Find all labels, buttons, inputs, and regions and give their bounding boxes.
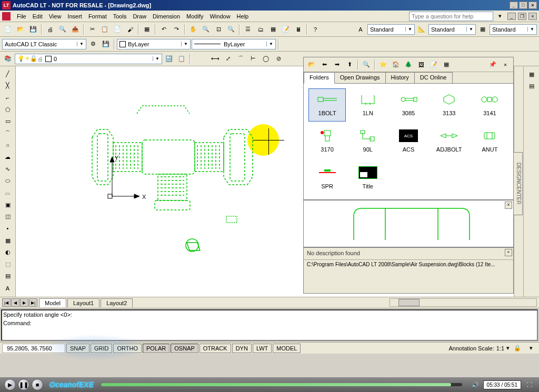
status-tray-icon[interactable]: ▾: [525, 343, 537, 354]
point-icon[interactable]: •: [2, 223, 14, 234]
dc-item-3133[interactable]: 3133: [431, 89, 467, 121]
dc-back-icon[interactable]: ⬅: [318, 59, 330, 71]
menu-format[interactable]: Format: [85, 12, 110, 21]
match-prop-icon[interactable]: 🖌: [124, 24, 136, 35]
block-editor-icon[interactable]: ▦: [141, 24, 153, 35]
table-icon[interactable]: ▤: [2, 271, 14, 282]
command-line[interactable]: Specify rotation angle <0>: Command:: [1, 309, 538, 341]
dc-views-icon[interactable]: ▦: [441, 59, 452, 71]
color-dropdown[interactable]: ByLayer▼: [117, 39, 191, 49]
status-otrack[interactable]: OTRACK: [199, 344, 231, 353]
workspace-settings-icon[interactable]: ⚙: [87, 38, 99, 50]
zoom-previous-icon[interactable]: 🔍: [225, 24, 237, 35]
stop-button[interactable]: ■: [32, 379, 43, 390]
spline-icon[interactable]: ∿: [2, 164, 14, 175]
paste-icon[interactable]: 📄: [112, 24, 123, 35]
zoom-realtime-icon[interactable]: 🔍: [200, 24, 212, 35]
make-block-icon[interactable]: ◫: [2, 212, 14, 223]
dc-home-icon[interactable]: 🏠: [390, 59, 402, 71]
dc-tree-toggle-icon[interactable]: 🌲: [403, 59, 414, 71]
menu-dimension[interactable]: Dimension: [149, 12, 183, 21]
dimstyle-icon[interactable]: 📐: [416, 24, 427, 35]
menu-insert[interactable]: Insert: [64, 12, 85, 21]
dc-item-3141[interactable]: 3141: [472, 89, 508, 121]
tablestyle-icon[interactable]: ▦: [477, 24, 488, 35]
designcenter-icon[interactable]: 🗂: [255, 24, 266, 35]
minimize-button[interactable]: _: [510, 2, 518, 9]
dc-tab-folders[interactable]: Folders: [304, 72, 335, 84]
dc-tab-dc-online[interactable]: DC Online: [414, 72, 453, 83]
line-icon[interactable]: ╱: [2, 68, 14, 79]
pline-icon[interactable]: ⌐: [2, 92, 14, 103]
print-icon[interactable]: 🖨: [44, 24, 56, 35]
dc-item-3170[interactable]: 3170: [309, 125, 345, 157]
status-snap[interactable]: SNAP: [66, 344, 89, 353]
menu-window[interactable]: Window: [206, 12, 233, 21]
undo-icon[interactable]: ↶: [158, 24, 169, 35]
status-osnap[interactable]: OSNAP: [171, 344, 198, 353]
layer-previous-icon[interactable]: 🔙: [163, 53, 175, 65]
menu-modify[interactable]: Modify: [183, 12, 206, 21]
annoscale-value[interactable]: 1:1: [496, 345, 504, 351]
print-preview-icon[interactable]: 🔍: [57, 24, 68, 35]
mtext-icon[interactable]: A: [2, 283, 14, 294]
workspace-save-icon[interactable]: 💾: [100, 38, 112, 50]
close-button[interactable]: ×: [528, 2, 537, 9]
rectangle-icon[interactable]: ▭: [2, 116, 14, 127]
tab-first-icon[interactable]: |◀: [2, 298, 11, 307]
menu-tools[interactable]: Tools: [110, 12, 130, 21]
dc-favorites-icon[interactable]: ⭐: [377, 59, 389, 71]
region-icon[interactable]: ⬚: [2, 259, 14, 270]
dim-ordinate-icon[interactable]: ⊢: [247, 53, 259, 65]
status-polar[interactable]: POLAR: [143, 344, 169, 353]
dc-item-1bolt[interactable]: 1BOLT: [309, 89, 345, 121]
xline-icon[interactable]: ╳: [2, 81, 14, 92]
menu-edit[interactable]: Edit: [29, 12, 46, 21]
linetype-dropdown[interactable]: ByLayer▼: [192, 39, 276, 49]
status-lwt[interactable]: LWT: [253, 344, 272, 353]
dc-close-icon[interactable]: ×: [500, 59, 511, 71]
dc-item-1ln[interactable]: 1LN: [350, 89, 386, 121]
tablestyle-dropdown[interactable]: Standard▼: [490, 24, 537, 35]
dim-diameter-icon[interactable]: ⊘: [273, 53, 284, 65]
menu-help[interactable]: Help: [234, 12, 252, 21]
menu-file[interactable]: File: [14, 12, 29, 21]
tab-layout1[interactable]: Layout1: [67, 298, 99, 307]
dc-load-icon[interactable]: 📂: [306, 59, 317, 71]
dc-desc-close[interactable]: ×: [505, 249, 512, 256]
textstyle-dropdown[interactable]: Standard▼: [367, 24, 415, 35]
revcloud-icon[interactable]: ☁: [2, 152, 14, 163]
ellipse-arc-icon[interactable]: ⌓: [2, 187, 14, 198]
dc-up-icon[interactable]: ⬆: [344, 59, 355, 71]
tab-prev-icon[interactable]: ◀: [11, 298, 19, 307]
insert-block-icon[interactable]: ▣: [2, 199, 14, 210]
dc-item-spr[interactable]: SPR: [309, 162, 345, 194]
menu-draw[interactable]: Draw: [129, 12, 149, 21]
layer-states-icon[interactable]: 📋: [176, 53, 187, 65]
horizontal-scrollbar[interactable]: [390, 298, 537, 307]
polygon-icon[interactable]: ⬠: [2, 104, 14, 115]
tab-next-icon[interactable]: ▶: [20, 298, 28, 307]
status-dyn[interactable]: DYN: [232, 344, 252, 353]
play-button[interactable]: ▶: [4, 379, 16, 390]
help-search-dropdown[interactable]: ▾: [494, 11, 506, 22]
markup-icon[interactable]: 📝: [280, 24, 292, 35]
maximize-button[interactable]: □: [519, 2, 527, 9]
quickcalc-icon[interactable]: 🖩: [293, 24, 304, 35]
status-coordinates[interactable]: 95.2805, 36.7560: [2, 344, 65, 353]
dc-item-90l[interactable]: 90L: [350, 125, 386, 157]
dc-item-anut[interactable]: ANUT: [472, 125, 508, 157]
status-grid[interactable]: GRID: [91, 344, 113, 353]
dc-tab-open-drawings[interactable]: Open Drawings: [334, 72, 386, 83]
status-ortho[interactable]: ORTHO: [113, 344, 142, 353]
dc-item-3085[interactable]: 3085: [390, 89, 426, 121]
dc-description-icon[interactable]: 📝: [428, 59, 440, 71]
player-progress[interactable]: [101, 383, 462, 386]
layer-manager-icon[interactable]: 📚: [2, 53, 14, 65]
annoscale-dropdown-icon[interactable]: ▾: [506, 345, 510, 351]
properties-icon[interactable]: ☰: [242, 24, 254, 35]
dc-item-title[interactable]: Title: [350, 162, 386, 194]
dc-forward-icon[interactable]: ➡: [331, 59, 343, 71]
new-icon[interactable]: 📄: [2, 24, 14, 35]
dim-aligned-icon[interactable]: ⤢: [222, 53, 234, 65]
